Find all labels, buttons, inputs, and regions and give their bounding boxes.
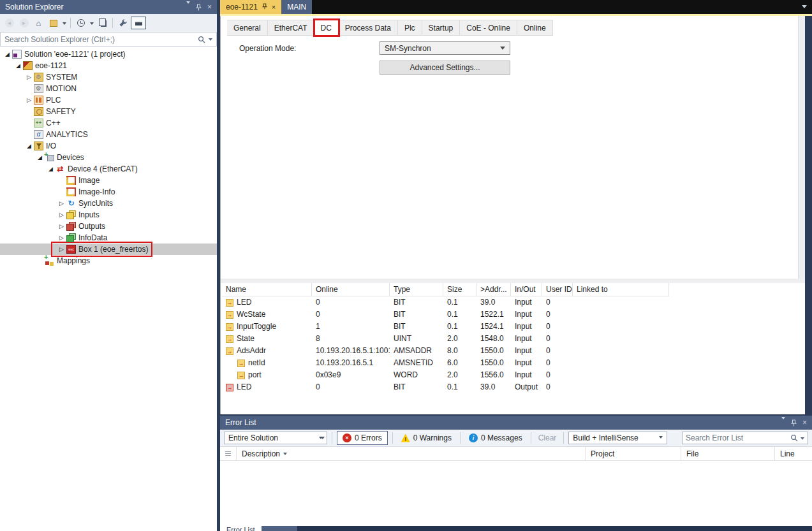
search-options-caret-icon[interactable] <box>209 38 212 43</box>
preview-selected-items-toggle[interactable] <box>131 17 146 29</box>
search-options-caret-icon[interactable] <box>801 437 804 442</box>
close-icon[interactable]: × <box>207 3 212 11</box>
expander-icon[interactable] <box>24 97 34 103</box>
tree-item[interactable]: SAFETY <box>0 106 217 117</box>
tree-item[interactable]: eoe-1121 <box>0 60 217 71</box>
tree-item[interactable]: MOTION <box>0 83 217 94</box>
operation-mode-select[interactable]: SM-Synchron <box>380 41 510 55</box>
tree-item[interactable]: ANALYTICS <box>0 129 217 140</box>
error-search-input[interactable] <box>686 433 788 442</box>
pin-icon[interactable] <box>791 419 797 426</box>
device-page-tab[interactable]: Startup <box>422 20 461 36</box>
forward-icon[interactable]: ► <box>17 17 31 29</box>
device-page-tab[interactable]: EtherCAT <box>268 20 314 36</box>
messages-filter-button[interactable]: i 0 Messages <box>465 433 526 442</box>
filter-caret-icon[interactable] <box>89 17 94 29</box>
expander-icon[interactable] <box>57 235 66 241</box>
scope-filter-select[interactable]: Entire Solution <box>224 432 327 444</box>
home-icon[interactable]: ⌂ <box>32 17 45 29</box>
variable-row[interactable]: State 8 UINT 2.0 1548.0 Input 0 <box>222 333 669 345</box>
variable-row[interactable]: AdsAddr 10.193.20.16.5.1:1001 AMSADDR 8.… <box>222 345 669 357</box>
expander-icon[interactable] <box>24 74 34 80</box>
variable-row[interactable]: WcState 0 BIT 0.1 1522.1 Input 0 <box>222 309 669 321</box>
tree-item[interactable]: I/O <box>0 140 217 152</box>
sync-with-active-document-icon[interactable] <box>96 17 109 29</box>
close-icon[interactable]: × <box>802 418 807 427</box>
file-column-header[interactable]: File <box>681 447 775 461</box>
expander-icon[interactable] <box>57 246 66 252</box>
project-column-header[interactable]: Project <box>586 447 681 461</box>
description-column-header[interactable]: Description <box>237 447 586 461</box>
vertical-scrollbar[interactable] <box>798 16 805 279</box>
expander-icon[interactable] <box>57 223 66 229</box>
search-icon[interactable] <box>790 434 798 442</box>
tree-item[interactable]: PLC <box>0 94 217 106</box>
tab-pin-icon[interactable] <box>262 3 267 11</box>
back-icon[interactable]: ◄ <box>3 17 16 29</box>
scope-to-this-icon[interactable] <box>47 17 60 29</box>
tree-item[interactable]: Device 4 (EtherCAT) <box>0 163 217 175</box>
filter-caret-icon[interactable] <box>283 453 287 457</box>
tree-item[interactable]: Box 1 (eoe_freertos) <box>0 244 217 255</box>
bottom-tool-tab[interactable]: Error List <box>220 526 262 531</box>
column-header[interactable]: Name <box>222 283 312 296</box>
pin-icon[interactable] <box>196 4 202 11</box>
expander-icon[interactable] <box>46 166 55 172</box>
advanced-settings-button[interactable]: Advanced Settings... <box>380 61 510 75</box>
expander-icon[interactable] <box>3 51 12 57</box>
tree-item[interactable]: Mappings <box>0 255 217 266</box>
tree-item[interactable]: Outputs <box>0 221 217 232</box>
pending-changes-filter-icon[interactable] <box>74 17 87 29</box>
search-input[interactable] <box>4 35 195 44</box>
expander-icon[interactable] <box>24 143 34 149</box>
variable-row[interactable]: InputToggle 1 BIT 0.1 1524.1 Input 0 <box>222 321 669 333</box>
tab-close-icon[interactable]: × <box>272 3 276 11</box>
tree-item[interactable]: Devices <box>0 152 217 163</box>
tree-item[interactable]: Solution 'eoe-1121' (1 project) <box>0 48 217 60</box>
column-header[interactable]: Type <box>390 283 443 296</box>
variable-row[interactable]: netId 10.193.20.16.5.1 AMSNETID 6.0 1550… <box>222 357 669 369</box>
errors-filter-button[interactable]: × 0 Errors <box>337 431 388 445</box>
expander-icon[interactable] <box>57 200 66 207</box>
severity-column-header[interactable] <box>220 447 237 461</box>
document-tab[interactable]: eoe-1121 × <box>220 0 281 14</box>
expander-icon[interactable] <box>35 154 45 161</box>
column-header[interactable]: Linked to <box>573 283 669 296</box>
variable-row[interactable]: port 0x03e9 WORD 2.0 1556.0 Input 0 <box>222 369 669 381</box>
device-page-tab[interactable]: Plc <box>398 20 422 36</box>
device-page-tab[interactable]: Process Data <box>339 20 398 36</box>
tree-item[interactable]: InfoData <box>0 232 217 244</box>
document-tab[interactable]: MAIN <box>281 0 312 14</box>
device-page-tab[interactable]: CoE - Online <box>460 20 517 36</box>
column-header[interactable]: >Addr... <box>476 283 511 296</box>
scope-caret-icon[interactable] <box>61 17 67 29</box>
search-icon[interactable] <box>198 36 205 43</box>
expander-icon[interactable] <box>57 212 66 218</box>
tree-item[interactable]: Image-Info <box>0 186 217 198</box>
device-page-tab[interactable]: Online <box>517 20 553 36</box>
column-header[interactable]: In/Out <box>511 283 542 296</box>
tree-item[interactable]: SYSTEM <box>0 71 217 83</box>
column-header[interactable]: Online <box>312 283 390 296</box>
line-column-header[interactable]: Line <box>775 447 812 461</box>
device-page-tab[interactable]: DC <box>314 20 339 36</box>
tree-item[interactable]: Image <box>0 175 217 186</box>
window-menu-caret-icon[interactable] <box>781 419 785 426</box>
expander-icon[interactable] <box>13 62 23 69</box>
variable-row[interactable]: LED 0 BIT 0.1 39.0 Input 0 <box>222 296 669 309</box>
bottom-tool-tab[interactable] <box>262 526 297 531</box>
device-page-tab[interactable]: General <box>227 20 268 36</box>
window-menu-caret-icon[interactable] <box>186 4 190 11</box>
document-well-caret-icon[interactable] <box>802 5 807 11</box>
build-intellisense-select[interactable]: Build + IntelliSense <box>568 432 667 444</box>
tree-item[interactable]: Inputs <box>0 209 217 221</box>
properties-wrench-icon[interactable] <box>116 17 129 29</box>
panel-splitter[interactable] <box>221 279 805 283</box>
tree-item[interactable]: C++ <box>0 117 217 129</box>
column-header[interactable]: User ID <box>542 283 573 296</box>
clear-button[interactable]: Clear <box>536 433 559 442</box>
tree-item[interactable]: SyncUnits <box>0 198 217 209</box>
column-header[interactable]: Size <box>443 283 476 296</box>
warnings-filter-button[interactable]: ! 0 Warnings <box>397 433 455 442</box>
variable-row[interactable]: LED 0 BIT 0.1 39.0 Output 0 <box>222 381 669 393</box>
